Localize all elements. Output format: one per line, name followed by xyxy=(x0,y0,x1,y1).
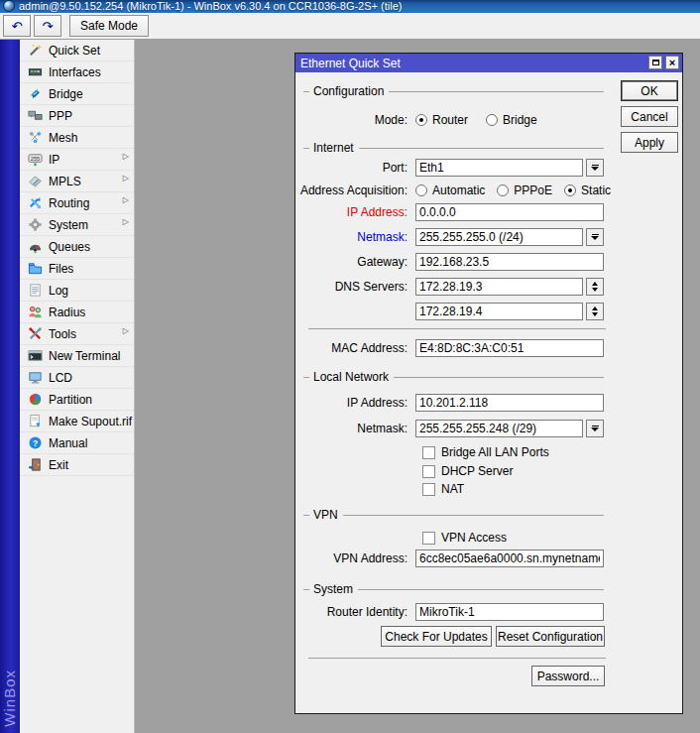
mode-label: Mode: xyxy=(295,113,408,127)
sidebar-item-lcd[interactable]: LCD xyxy=(20,367,134,389)
sidebar-item-label: Make Supout.rif xyxy=(49,415,132,428)
undo-button[interactable]: ↶ xyxy=(3,15,31,37)
close-button[interactable]: × xyxy=(665,56,679,69)
redo-button[interactable]: ↷ xyxy=(34,15,61,37)
submenu-arrow-icon: ▷ xyxy=(123,217,129,226)
sidebar-item-label: Exit xyxy=(49,458,68,472)
sidebar-item-files[interactable]: Files xyxy=(20,258,134,280)
sidebar-item-label: Tools xyxy=(49,327,76,341)
sidebar-item-new-terminal[interactable]: New Terminal xyxy=(20,345,134,367)
spinner-icon xyxy=(592,306,598,316)
password-button[interactable]: Password... xyxy=(531,666,605,686)
bridge-all-lan-ports-checkbox[interactable] xyxy=(422,446,435,459)
mac-address-label: MAC Address: xyxy=(295,341,408,355)
sidebar-item-ppp[interactable]: PPP xyxy=(20,105,134,127)
manual-icon: ? xyxy=(27,435,43,451)
cancel-button[interactable]: Cancel xyxy=(621,106,678,127)
sidebar-item-queues[interactable]: Queues xyxy=(20,236,134,258)
vpn-access-checkbox[interactable] xyxy=(422,532,435,545)
sidebar-item-make-supout[interactable]: Make Supout.rif xyxy=(20,411,134,432)
sidebar-item-ip[interactable]: 255 IP ▷ xyxy=(20,149,134,171)
wan-ip-input[interactable] xyxy=(415,203,604,221)
system-icon xyxy=(27,217,43,233)
legend-text: System xyxy=(313,582,353,596)
sidebar-item-radius[interactable]: Radius xyxy=(20,302,134,323)
radius-icon xyxy=(27,305,43,320)
sidebar-item-bridge[interactable]: Bridge xyxy=(20,83,134,105)
nat-label: NAT xyxy=(441,482,464,496)
vpn-access-label: VPN Access xyxy=(441,531,507,545)
sidebar-item-label: Routing xyxy=(49,196,89,210)
lan-netmask-input[interactable] xyxy=(415,420,583,437)
close-icon: × xyxy=(669,58,675,68)
window-titlebar[interactable]: admin@9.50.152.254 (MikroTik-1) - WinBox… xyxy=(0,0,700,13)
mac-address-input[interactable] xyxy=(415,339,604,357)
sidebar-item-mpls[interactable]: MPLS ▷ xyxy=(20,171,134,192)
sidebar-item-interfaces[interactable]: Interfaces xyxy=(20,61,134,83)
lan-ip-label: IP Address: xyxy=(295,396,408,410)
dns2-input[interactable] xyxy=(415,303,583,320)
safe-mode-button[interactable]: Safe Mode xyxy=(69,15,149,37)
dhcp-server-checkbox[interactable] xyxy=(422,465,435,478)
gateway-input[interactable] xyxy=(415,253,604,271)
legend-text: Local Network xyxy=(313,370,389,384)
sidebar-item-label: Bridge xyxy=(49,87,83,101)
reset-configuration-button[interactable]: Reset Configuration xyxy=(496,626,605,647)
router-identity-input[interactable] xyxy=(415,603,604,621)
sidebar-item-log[interactable]: Log xyxy=(20,280,134,302)
sidebar-item-exit[interactable]: Exit xyxy=(20,454,134,476)
port-dropdown-button[interactable] xyxy=(586,159,604,177)
submenu-arrow-icon: ▷ xyxy=(123,152,129,161)
mac-address-row: MAC Address: xyxy=(295,338,604,357)
sidebar-item-tools[interactable]: Tools ▷ xyxy=(20,323,134,345)
wan-netmask-input[interactable] xyxy=(415,228,583,246)
vpn-address-input[interactable] xyxy=(415,550,604,567)
spinner-icon xyxy=(592,282,598,292)
apply-button[interactable]: Apply xyxy=(621,132,678,153)
lan-netmask-dropdown-button[interactable] xyxy=(586,420,604,437)
mode-router-radio[interactable] xyxy=(415,114,427,126)
svg-text:255: 255 xyxy=(30,156,39,162)
mode-row: Mode: Router Bridge xyxy=(295,110,555,129)
sidebar-item-system[interactable]: System ▷ xyxy=(20,214,134,236)
maximize-button[interactable] xyxy=(648,56,662,69)
vpn-legend: VPN xyxy=(303,508,604,522)
ppp-icon xyxy=(27,108,43,124)
dns1-input[interactable] xyxy=(415,278,583,296)
nat-checkbox[interactable] xyxy=(422,483,435,496)
routing-icon xyxy=(27,195,43,211)
vpn-access-row: VPN Access xyxy=(422,530,507,546)
ethernet-quick-set-dialog: Ethernet Quick Set × OK Cancel Apply Con… xyxy=(294,53,683,714)
sidebar-item-routing[interactable]: Routing ▷ xyxy=(20,192,134,214)
sidebar-item-quick-set[interactable]: Quick Set xyxy=(20,40,134,61)
dns-row-1: DNS Servers: xyxy=(295,277,604,296)
check-for-updates-button[interactable]: Check For Updates xyxy=(381,626,492,647)
dropdown-icon xyxy=(591,426,599,431)
dns2-spinner-button[interactable] xyxy=(586,303,604,320)
ok-button[interactable]: OK xyxy=(621,80,678,101)
queues-icon xyxy=(27,239,43,255)
gateway-label: Gateway: xyxy=(295,255,408,269)
brand-stripe: WinBox xyxy=(0,40,20,733)
submenu-arrow-icon: ▷ xyxy=(123,326,129,335)
router-identity-label: Router Identity: xyxy=(295,605,408,619)
configuration-legend: Configuration xyxy=(303,84,604,98)
bridge-all-lan-ports-label: Bridge All LAN Ports xyxy=(441,445,549,459)
aa-static-radio[interactable] xyxy=(564,184,576,196)
sidebar-item-mesh[interactable]: Mesh xyxy=(20,127,134,149)
winbox-logo-icon xyxy=(3,0,15,12)
mode-bridge-radio[interactable] xyxy=(486,114,498,126)
sidebar-item-partition[interactable]: Partition xyxy=(20,389,134,411)
lan-ip-input[interactable] xyxy=(415,394,604,412)
mode-bridge-label: Bridge xyxy=(503,113,537,127)
aa-automatic-radio[interactable] xyxy=(415,184,427,196)
port-input[interactable] xyxy=(415,159,583,177)
aa-static-label: Static xyxy=(581,183,611,197)
dns1-spinner-button[interactable] xyxy=(586,278,604,296)
dropdown-icon xyxy=(591,234,599,240)
aa-pppoe-radio[interactable] xyxy=(497,184,509,196)
sidebar-item-manual[interactable]: ? Manual xyxy=(20,432,134,454)
dialog-titlebar[interactable]: Ethernet Quick Set xyxy=(295,54,682,72)
sidebar-item-label: Queues xyxy=(49,240,90,254)
wan-netmask-dropdown-button[interactable] xyxy=(586,228,604,246)
